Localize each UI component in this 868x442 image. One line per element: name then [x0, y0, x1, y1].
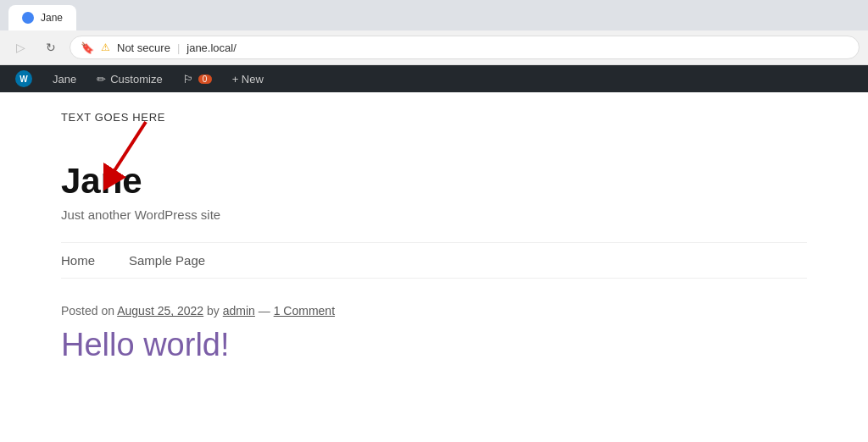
site-navigation: Home Sample Page [61, 242, 807, 279]
post-title[interactable]: Hello world! [61, 326, 807, 365]
controls-bar: ▷ ↻ 🔖 ⚠ Not secure | jane.local/ [0, 30, 868, 64]
by-text: by [207, 304, 220, 318]
refresh-button[interactable]: ↻ [39, 36, 63, 59]
customize-icon: ✏ [97, 73, 106, 86]
nav-home[interactable]: Home [61, 253, 95, 268]
security-icon: ⚠ [101, 41, 110, 53]
customize-item[interactable]: ✏ Customize [88, 65, 170, 92]
nav-sample-page[interactable]: Sample Page [129, 253, 205, 268]
comments-item[interactable]: 🏳 0 [175, 65, 220, 92]
post-author[interactable]: admin [223, 304, 255, 318]
comments-icon: 🏳 [183, 73, 194, 86]
svg-line-1 [108, 122, 146, 181]
wp-admin-bar: W Jane ✏ Customize 🏳 0 + New [0, 65, 868, 92]
tab-favicon [22, 12, 34, 24]
address-bar[interactable]: 🔖 ⚠ Not secure | jane.local/ [70, 36, 860, 59]
site-tagline: Just another WordPress site [61, 207, 807, 222]
wp-logo: W [15, 70, 32, 87]
new-label: + New [232, 73, 264, 86]
url-display: jane.local/ [186, 41, 236, 54]
site-name-label: Jane [53, 73, 76, 86]
post-dash: — [259, 304, 270, 318]
refresh-icon: ↻ [46, 41, 56, 54]
site-name-item[interactable]: Jane [44, 65, 85, 92]
annotation: TEXT GOES HERE [61, 109, 165, 124]
post-date[interactable]: August 25, 2022 [117, 304, 203, 318]
tabs-bar: Jane [0, 0, 868, 30]
tab-title: Jane [41, 12, 63, 24]
browser-chrome: Jane ▷ ↻ 🔖 ⚠ Not secure | jane.local/ [0, 0, 868, 65]
post-comments[interactable]: 1 Comment [274, 304, 335, 318]
back-button[interactable]: ▷ [8, 36, 32, 59]
posted-on-text: Posted on [61, 304, 114, 318]
comments-badge: 0 [198, 75, 212, 84]
post-article: Posted on August 25, 2022 by admin — 1 C… [61, 304, 807, 365]
customize-label: Customize [110, 73, 162, 86]
annotation-arrow [103, 118, 205, 194]
wp-logo-item[interactable]: W [7, 65, 41, 92]
new-item[interactable]: + New [224, 65, 272, 92]
post-meta: Posted on August 25, 2022 by admin — 1 C… [61, 304, 807, 318]
security-text: Not secure [117, 41, 170, 54]
bookmark-icon: 🔖 [81, 41, 94, 54]
url-separator: | [177, 41, 180, 54]
active-tab[interactable]: Jane [8, 5, 76, 30]
back-icon: ▷ [16, 41, 25, 54]
wp-logo-text: W [19, 75, 27, 84]
page-content: TEXT GOES HERE Jane Just another WordPre… [27, 92, 841, 382]
